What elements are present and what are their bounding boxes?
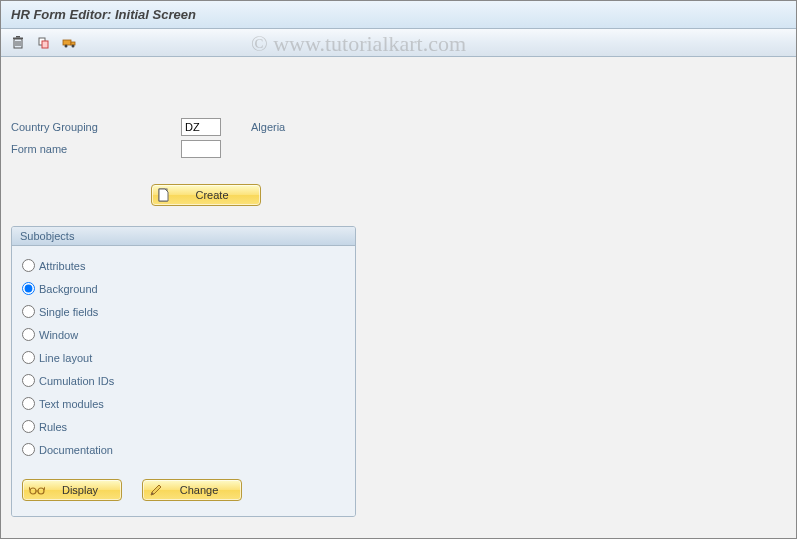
- radio-row: Rules: [22, 415, 345, 438]
- subobject-radio[interactable]: [22, 305, 35, 318]
- display-button-label: Display: [51, 484, 109, 496]
- toolbar: [1, 29, 796, 57]
- change-button-label: Change: [169, 484, 229, 496]
- svg-point-13: [30, 488, 36, 494]
- subobject-radio[interactable]: [22, 420, 35, 433]
- subobject-radio[interactable]: [22, 259, 35, 272]
- subobject-label[interactable]: Cumulation IDs: [39, 375, 114, 387]
- form-name-label: Form name: [11, 143, 181, 155]
- delete-button[interactable]: [9, 34, 27, 52]
- glasses-icon: [29, 485, 45, 495]
- subobject-label[interactable]: Window: [39, 329, 78, 341]
- change-button[interactable]: Change: [142, 479, 242, 501]
- form-name-input[interactable]: [181, 140, 221, 158]
- subobject-label[interactable]: Line layout: [39, 352, 92, 364]
- content-area: Country Grouping Algeria Form name Creat…: [1, 57, 796, 527]
- truck-icon: [62, 36, 78, 50]
- svg-point-11: [72, 44, 75, 47]
- create-button-label: Create: [176, 189, 248, 201]
- create-button-row: Create: [151, 184, 786, 206]
- radio-row: Documentation: [22, 438, 345, 461]
- svg-point-10: [65, 44, 68, 47]
- create-button[interactable]: Create: [151, 184, 261, 206]
- trash-icon: [11, 36, 25, 50]
- subobject-radio[interactable]: [22, 374, 35, 387]
- subobject-radio[interactable]: [22, 351, 35, 364]
- country-grouping-row: Country Grouping Algeria: [11, 117, 786, 137]
- subobject-radio[interactable]: [22, 397, 35, 410]
- transport-button[interactable]: [61, 34, 79, 52]
- copy-button[interactable]: [35, 34, 53, 52]
- subobject-radio[interactable]: [22, 282, 35, 295]
- copy-icon: [37, 36, 51, 50]
- radio-row: Cumulation IDs: [22, 369, 345, 392]
- svg-line-17: [44, 487, 45, 490]
- radio-row: Window: [22, 323, 345, 346]
- subobject-label[interactable]: Text modules: [39, 398, 104, 410]
- svg-rect-4: [13, 37, 23, 39]
- country-grouping-label: Country Grouping: [11, 121, 181, 133]
- svg-rect-7: [42, 41, 48, 48]
- subobject-label[interactable]: Attributes: [39, 260, 85, 272]
- subobject-label[interactable]: Single fields: [39, 306, 98, 318]
- display-button[interactable]: Display: [22, 479, 122, 501]
- subobjects-body: AttributesBackgroundSingle fieldsWindowL…: [12, 246, 355, 516]
- subobject-label[interactable]: Documentation: [39, 444, 113, 456]
- radio-row: Text modules: [22, 392, 345, 415]
- subobject-label[interactable]: Background: [39, 283, 98, 295]
- svg-rect-5: [16, 36, 20, 38]
- radio-row: Line layout: [22, 346, 345, 369]
- radio-row: Single fields: [22, 300, 345, 323]
- radio-row: Background: [22, 277, 345, 300]
- subobject-radio[interactable]: [22, 443, 35, 456]
- subobject-radio[interactable]: [22, 328, 35, 341]
- svg-point-14: [38, 488, 44, 494]
- form-name-row: Form name: [11, 139, 786, 159]
- svg-rect-8: [63, 40, 71, 45]
- subobjects-group: Subobjects AttributesBackgroundSingle fi…: [11, 226, 356, 517]
- svg-line-16: [29, 487, 30, 490]
- subobject-label[interactable]: Rules: [39, 421, 67, 433]
- page-title: HR Form Editor: Initial Screen: [11, 7, 196, 22]
- title-bar: HR Form Editor: Initial Screen: [1, 1, 796, 29]
- radio-row: Attributes: [22, 254, 345, 277]
- country-name-text: Algeria: [251, 121, 285, 133]
- country-grouping-input[interactable]: [181, 118, 221, 136]
- document-icon: [158, 188, 170, 202]
- group-buttons: Display Change: [22, 479, 345, 501]
- subobjects-title: Subobjects: [12, 227, 355, 246]
- pencil-icon: [149, 483, 163, 497]
